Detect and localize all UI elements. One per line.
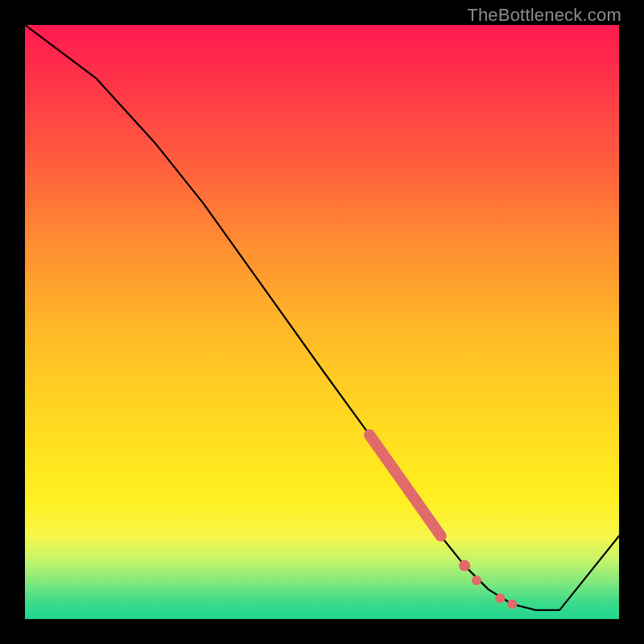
highlight-dot xyxy=(495,593,505,603)
highlight-dot xyxy=(459,560,470,572)
highlight-dot xyxy=(472,576,481,585)
highlight-dot xyxy=(507,600,517,609)
curve-overlay xyxy=(25,25,619,619)
attribution-text: TheBottleneck.com xyxy=(467,5,621,26)
main-curve xyxy=(25,25,619,610)
chart-container: TheBottleneck.com xyxy=(0,0,644,644)
highlight-segment xyxy=(369,435,441,536)
plot-area xyxy=(25,25,619,619)
